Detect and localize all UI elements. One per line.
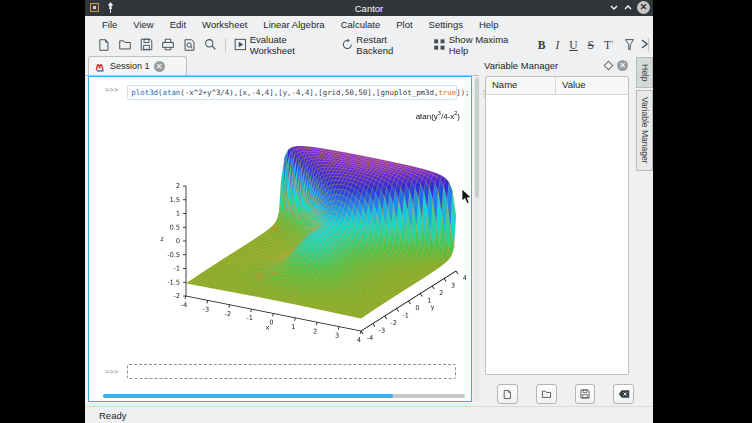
float-panel-icon[interactable]	[604, 61, 614, 71]
new-worksheet-button[interactable]	[93, 36, 114, 54]
evaluate-icon	[234, 38, 247, 51]
tab-help[interactable]: Help	[636, 57, 653, 88]
save-icon	[140, 38, 153, 51]
menu-plot[interactable]: Plot	[389, 19, 419, 30]
minimize-icon[interactable]	[609, 1, 619, 14]
vertical-scrollbar-thumb[interactable]	[475, 78, 479, 198]
clear-backspace-icon	[618, 389, 630, 399]
save-variables-button[interactable]	[575, 384, 596, 404]
save-icon	[580, 389, 590, 399]
evaluate-worksheet-button[interactable]: Evaluate Worksheet	[230, 32, 337, 58]
show-maxima-help-button[interactable]: Show Maxima Help	[429, 32, 533, 58]
tab-variable-manager[interactable]: Variable Manager	[636, 90, 653, 170]
variables-table-header: Name Value	[486, 77, 628, 95]
menu-settings[interactable]: Settings	[422, 19, 470, 30]
load-variables-button[interactable]	[536, 384, 557, 404]
clear-variables-button[interactable]	[613, 384, 634, 404]
command-token: (-x^2+y^3/4),[x,-4,4],[y,-4,4],[grid,50,…	[180, 88, 438, 97]
variable-manager-header: Variable Manager ✕	[480, 57, 634, 74]
variable-manager-toolbar	[480, 384, 634, 404]
menu-worksheet[interactable]: Worksheet	[195, 19, 254, 30]
worksheet-view[interactable]: >>> plot3d(atan(-x^2+y^3/4),[x,-4,4],[y,…	[88, 76, 472, 402]
cantor-window: Cantor ✕ File View Edit Worksheet Linear…	[85, 0, 653, 423]
search-icon	[204, 38, 217, 51]
toolbar: Evaluate Worksheet Restart Backend Show …	[85, 33, 653, 56]
command-prompt: >>>	[105, 85, 118, 94]
titlebar[interactable]: Cantor ✕	[85, 0, 653, 16]
new-document-icon	[97, 38, 110, 52]
pin-icon[interactable]	[106, 2, 115, 13]
tab-close-icon[interactable]: ✕	[154, 61, 165, 72]
document-preview-icon	[183, 38, 196, 52]
menu-edit[interactable]: Edit	[163, 19, 193, 30]
restart-backend-button[interactable]: Restart Backend	[337, 32, 429, 58]
horizontal-scrollbar-thumb[interactable]	[103, 394, 393, 398]
open-folder-icon	[541, 389, 552, 399]
underline-button[interactable]: U	[564, 38, 582, 52]
restart-label: Restart Backend	[356, 34, 425, 56]
status-text: Ready	[85, 410, 126, 421]
menu-view[interactable]: View	[126, 19, 160, 30]
worksheet-tabbar: Session 1 ✕	[85, 56, 479, 76]
plot-output: atan(y3/4-x2)	[129, 104, 466, 362]
toolbar-separator	[225, 38, 226, 52]
strikethrough-button[interactable]: S	[583, 38, 599, 52]
open-worksheet-button[interactable]	[114, 36, 136, 53]
plot-title: atan(y3/4-x2)	[416, 110, 460, 121]
print-icon	[161, 38, 175, 51]
toolbar-overflow-icon[interactable]	[640, 36, 649, 52]
maxima-help-icon	[433, 38, 446, 51]
menu-file[interactable]: File	[95, 19, 124, 30]
statusbar: Ready	[85, 406, 653, 423]
open-folder-icon	[118, 38, 132, 51]
horizontal-scrollbar[interactable]	[103, 394, 465, 398]
cantor-app-icon	[90, 3, 99, 12]
variable-manager-panel: Variable Manager ✕ Name Value	[480, 57, 634, 406]
menubar: File View Edit Worksheet Linear Algebra …	[85, 16, 653, 33]
new-document-icon	[502, 389, 512, 400]
italic-button[interactable]: I	[550, 38, 564, 52]
menu-help[interactable]: Help	[472, 19, 506, 30]
new-variable-button[interactable]	[497, 384, 518, 404]
column-name[interactable]: Name	[486, 77, 556, 94]
command-token: atan	[163, 88, 181, 97]
desktop-background: Cantor ✕ File View Edit Worksheet Linear…	[0, 0, 752, 423]
window-title: Cantor	[85, 3, 653, 14]
dock-tab-strip: Help Variable Manager	[636, 57, 653, 173]
superscript-button[interactable]: T↑	[599, 38, 619, 52]
surface-plot-canvas	[129, 104, 466, 362]
maximize-icon[interactable]	[623, 1, 633, 14]
command-token: ]);	[456, 88, 469, 97]
command-token: plot3d	[131, 88, 158, 97]
entry-prompt: >>>	[105, 367, 118, 376]
print-button[interactable]	[157, 36, 179, 53]
print-preview-button[interactable]	[179, 36, 200, 54]
command-token: true	[438, 88, 456, 97]
evaluate-label: Evaluate Worksheet	[250, 34, 333, 56]
menu-linear-algebra[interactable]: Linear Algebra	[256, 19, 331, 30]
text-color-button[interactable]	[619, 36, 640, 53]
column-value[interactable]: Value	[556, 77, 586, 94]
tab-session-1[interactable]: Session 1 ✕	[88, 56, 187, 75]
zoom-button[interactable]	[200, 36, 221, 53]
new-command-entry[interactable]	[127, 364, 456, 379]
maxima-help-label: Show Maxima Help	[449, 34, 529, 56]
menu-calculate[interactable]: Calculate	[334, 19, 388, 30]
variables-table[interactable]: Name Value	[485, 76, 629, 375]
fill-color-icon	[623, 38, 636, 51]
bold-button[interactable]: B	[533, 38, 551, 52]
variable-manager-title: Variable Manager	[480, 60, 605, 71]
panel-close-icon[interactable]: ✕	[617, 60, 628, 71]
mouse-cursor	[461, 189, 473, 205]
superscript-arrow-icon: ↑	[611, 39, 614, 45]
command-input[interactable]: plot3d(atan(-x^2+y^3/4),[x,-4,4],[y,-4,4…	[127, 85, 457, 100]
session-tab-label: Session 1	[110, 61, 150, 71]
maxima-icon	[95, 61, 106, 72]
restart-icon	[341, 38, 354, 51]
close-icon[interactable]: ✕	[637, 1, 650, 14]
save-worksheet-button[interactable]	[136, 36, 157, 53]
